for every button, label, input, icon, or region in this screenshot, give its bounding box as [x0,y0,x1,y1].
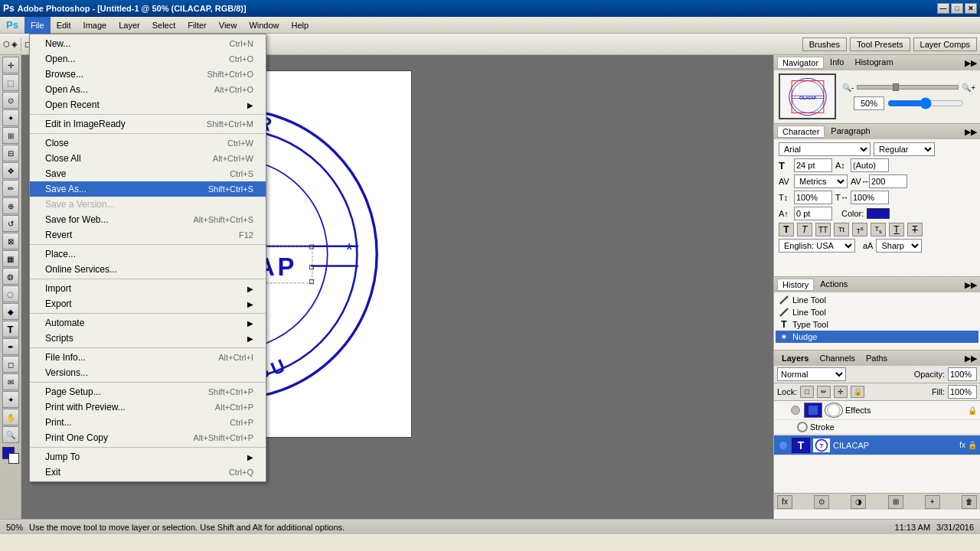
layer-row-cilacap[interactable]: T T CILACAP fx 🔒 [774,435,980,455]
menu-place[interactable]: Place... [30,246,266,262]
lasso-tool[interactable]: ⊙ [2,92,19,109]
dodge-tool[interactable]: ◌ [2,285,19,302]
menu-imageready[interactable]: Edit in ImageReady Shift+Ctrl+M [30,116,266,132]
layer-new-btn[interactable]: + [925,495,940,509]
blend-mode-select[interactable]: Normal [777,367,846,381]
crop-tool[interactable]: ⊞ [2,127,19,144]
history-item-line1[interactable]: Line Tool [776,294,978,306]
layer-vis-cilacap[interactable] [777,439,789,452]
menu-online-services[interactable]: Online Services... [30,262,266,277]
lock-image-btn[interactable]: ✏ [817,386,831,398]
heal-tool[interactable]: ✥ [2,162,19,179]
magic-wand-tool[interactable]: ✦ [2,109,19,126]
char-leading-input[interactable] [851,158,889,172]
nav-zoom-out-icon[interactable]: 🔍- [842,83,854,92]
fill-input[interactable] [948,385,977,399]
menu-filter[interactable]: Filter [181,17,212,34]
char-language-select[interactable]: English: USA [779,239,855,253]
title-bar-controls[interactable]: — □ ✕ [937,3,977,14]
layer-comps-button[interactable]: Layer Comps [913,37,977,51]
lock-all-btn[interactable]: 🔒 [851,386,864,398]
char-tab-character[interactable]: Character [777,126,825,138]
menu-file-info[interactable]: File Info... Alt+Ctrl+I [30,350,266,365]
char-sub-btn[interactable]: Ts [871,223,886,236]
char-hscale-input[interactable] [851,191,889,204]
nav-tab-histogram[interactable]: Histogram [850,57,897,69]
char-font-style[interactable]: Regular [874,142,935,156]
stamp-tool[interactable]: ⊕ [2,197,19,214]
menu-close-all[interactable]: Close All Alt+Ctrl+W [30,151,266,166]
menu-versions[interactable]: Versions... [30,365,266,380]
char-italic-btn[interactable]: T [797,223,812,236]
menu-scripts[interactable]: Scripts ▶ [30,331,266,346]
layers-tab-layers[interactable]: Layers [777,353,813,364]
nav-zoom-in-icon[interactable]: 🔍+ [962,83,975,92]
char-small-caps-btn[interactable]: Tt [834,223,849,236]
layer-row-stroke-item[interactable]: Stroke [774,420,980,435]
menu-page-setup[interactable]: Page Setup... Shift+Ctrl+P [30,384,266,399]
char-color-swatch[interactable] [867,208,890,219]
layer-adj-btn[interactable]: ◑ [851,495,866,509]
layer-style-btn[interactable]: fx [777,495,792,509]
menu-save-web[interactable]: Save for Web... Alt+Shift+Ctrl+S [30,212,266,227]
minimize-button[interactable]: — [937,3,949,14]
history-menu-icon[interactable]: ▶▶ [965,280,977,290]
menu-file[interactable]: File [24,17,51,34]
hand-tool[interactable]: ✋ [2,409,19,425]
layer-mask-btn[interactable]: ⊙ [814,495,829,509]
tool-presets-button[interactable]: Tool Presets [850,37,910,51]
char-size-input[interactable] [794,158,832,172]
opacity-input[interactable] [948,367,977,381]
menu-import[interactable]: Import ▶ [30,281,266,296]
move-tool[interactable]: ✛ [2,57,19,73]
menu-jump-to[interactable]: Jump To ▶ [30,449,266,465]
history-item-type[interactable]: T Type Tool [776,318,978,331]
nav-tab-navigator[interactable]: Navigator [777,57,824,69]
path-tool[interactable]: ◆ [2,303,19,320]
menu-open[interactable]: Open... Ctrl+O [30,51,266,67]
char-tab-paragraph[interactable]: Paragraph [826,126,874,138]
notes-tool[interactable]: ✉ [2,373,19,390]
char-menu-icon[interactable]: ▶▶ [965,127,977,137]
nav-zoom-input[interactable] [854,96,884,110]
char-baseline-input[interactable] [794,207,832,220]
marquee-tool[interactable]: ⬚ [2,74,19,91]
layer-row-stroke[interactable]: Effects 🔒 [774,401,980,420]
menu-help[interactable]: Help [286,17,315,34]
menu-print[interactable]: Print... Ctrl+P [30,415,266,430]
menu-ps-icon[interactable]: Ps [0,17,24,34]
menu-automate[interactable]: Automate ▶ [30,315,266,331]
layers-tab-channels[interactable]: Channels [815,353,859,364]
close-button[interactable]: ✕ [965,3,977,14]
nav-zoom-slider[interactable] [857,85,959,90]
menu-print-preview[interactable]: Print with Preview... Alt+Ctrl+P [30,399,266,415]
file-menu[interactable]: New... Ctrl+N Open... Ctrl+O Browse... S… [29,34,266,482]
char-strike-btn[interactable]: T [907,223,923,236]
pen-tool[interactable]: ✒ [2,338,19,355]
menu-close[interactable]: Close Ctrl+W [30,135,266,151]
lock-position-btn[interactable]: ✛ [834,386,848,398]
menu-print-one-copy[interactable]: Print One Copy Alt+Shift+Ctrl+P [30,430,266,445]
char-bold-btn[interactable]: T [779,223,794,236]
layer-delete-btn[interactable]: 🗑 [962,495,977,509]
menu-window[interactable]: Window [243,17,285,34]
menu-save-as[interactable]: Save As... Shift+Ctrl+S [30,181,266,197]
menu-layer[interactable]: Layer [113,17,146,34]
eraser-tool[interactable]: ⊠ [2,233,19,249]
eyedropper-tool[interactable]: ✦ [2,391,19,408]
char-tracking-input[interactable] [869,174,907,188]
menu-exit[interactable]: Exit Ctrl+Q [30,465,266,480]
nav-menu-icon[interactable]: ▶▶ [965,58,977,68]
menu-export[interactable]: Export ▶ [30,296,266,311]
nav-tab-info[interactable]: Info [825,57,848,69]
menu-select[interactable]: Select [146,17,182,34]
brush-tool[interactable]: ✏ [2,180,19,197]
lock-transparent-btn[interactable]: □ [800,386,814,398]
menu-new[interactable]: New... Ctrl+N [30,36,266,51]
menu-edit[interactable]: Edit [51,17,77,34]
char-underline-btn[interactable]: T [889,223,904,236]
menu-revert[interactable]: Revert F12 [30,227,266,243]
blur-tool[interactable]: ◍ [2,268,19,285]
menu-image[interactable]: Image [77,17,113,34]
history-item-nudge[interactable]: Nudge [776,331,978,343]
